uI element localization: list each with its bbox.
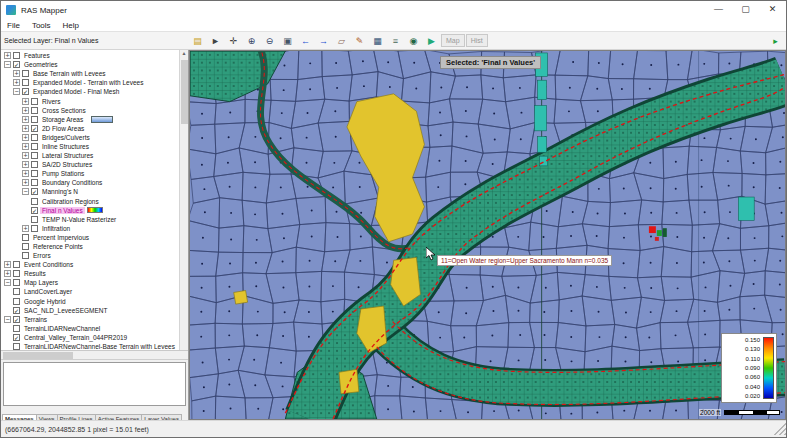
layer-inline-structures[interactable]: +Inline Structures xyxy=(2,142,178,151)
menu-tools[interactable]: Tools xyxy=(26,19,57,31)
map-canvas[interactable] xyxy=(190,51,785,419)
layer-bridges-culverts[interactable]: +Bridges/Culverts xyxy=(2,133,178,142)
snapshot-icon[interactable]: ◉ xyxy=(405,33,422,48)
layer-checkbox[interactable] xyxy=(13,270,20,277)
expand-icon[interactable]: + xyxy=(22,161,29,168)
layer-expanded-model-terrain-with-levees[interactable]: +Expanded Model - Terrain with Levees xyxy=(2,78,178,87)
layer-errors[interactable]: Errors xyxy=(2,251,178,260)
layer-checkbox[interactable] xyxy=(13,288,20,295)
measure-icon[interactable]: ▱ xyxy=(333,33,350,48)
layer-checkbox[interactable] xyxy=(13,298,20,305)
previous-view-icon[interactable]: ← xyxy=(297,33,314,48)
layer-features[interactable]: +Features xyxy=(2,51,178,60)
expand-icon[interactable]: + xyxy=(4,270,11,277)
pan-icon[interactable]: ✛ xyxy=(225,33,242,48)
layer-terrains[interactable]: −✓Terrains xyxy=(2,315,178,324)
layer-checkbox[interactable] xyxy=(31,179,38,186)
layer-terrainlidarnewchannel[interactable]: TerrainLIDARNewChannel xyxy=(2,324,178,333)
layer-storage-areas[interactable]: +Storage Areas xyxy=(2,115,178,124)
layer-checkbox[interactable]: ✓ xyxy=(31,207,38,214)
layer-temp-n-value-rasterizer[interactable]: TEMP N-Value Rasterizer xyxy=(2,215,178,224)
expand-icon[interactable]: + xyxy=(22,152,29,159)
tree-horizontal-scrollbar[interactable] xyxy=(1,351,188,360)
expand-icon[interactable]: + xyxy=(22,225,29,232)
resize-grip-icon[interactable] xyxy=(774,423,786,435)
layer-2d-flow-areas[interactable]: +✓2D Flow Areas xyxy=(2,124,178,133)
layer-sac-nld-leveesegment[interactable]: ✓SAC_NLD_LeveeSEGMENT xyxy=(2,306,178,315)
layer-lateral-structures[interactable]: +Lateral Structures xyxy=(2,151,178,160)
layer-checkbox[interactable] xyxy=(22,234,29,241)
layer-checkbox[interactable] xyxy=(31,170,38,177)
close-button[interactable]: ✕ xyxy=(759,1,786,19)
layer-central-valley-terrain-044pr2019[interactable]: ✓Central_Valley_Terrain_044PR2019 xyxy=(2,333,178,342)
layers-icon[interactable]: ≡ xyxy=(387,33,404,48)
tree-vertical-scrollbar[interactable]: ▲ xyxy=(179,50,188,350)
zoom-in-icon[interactable]: ⊕ xyxy=(243,33,260,48)
menu-file[interactable]: File xyxy=(1,19,26,31)
maximize-button[interactable]: ▢ xyxy=(732,1,759,19)
layer-sa-2d-structures[interactable]: +SA/2D Structures xyxy=(2,160,178,169)
collapse-icon[interactable]: − xyxy=(4,316,11,323)
expand-icon[interactable]: + xyxy=(22,107,29,114)
layer-checkbox[interactable]: ✓ xyxy=(31,125,38,132)
next-view-icon[interactable]: → xyxy=(315,33,332,48)
layer-checkbox[interactable] xyxy=(22,252,29,259)
layer-checkbox[interactable] xyxy=(13,261,20,268)
collapse-icon[interactable]: − xyxy=(13,88,20,95)
layer-checkbox[interactable]: ✓ xyxy=(22,88,29,95)
minimize-button[interactable]: — xyxy=(705,1,732,19)
layer-checkbox[interactable]: ✓ xyxy=(13,334,20,341)
layer-landcoverlayer[interactable]: LandCoverLayer xyxy=(2,287,178,296)
layer-checkbox[interactable] xyxy=(31,98,38,105)
layer-rivers[interactable]: +Rivers xyxy=(2,96,178,105)
menu-help[interactable]: Help xyxy=(57,19,85,31)
zoom-extents-icon[interactable]: ▣ xyxy=(279,33,296,48)
layer-checkbox[interactable] xyxy=(22,70,29,77)
map-view[interactable]: Selected: 'Final n Values' 11=Open Water… xyxy=(189,50,786,420)
layer-base-terrain-with-levees[interactable]: +Base Terrain with Levees xyxy=(2,69,178,78)
layer-final-n-values[interactable]: ✓Final n Values xyxy=(2,206,178,215)
layer-results[interactable]: +Results xyxy=(2,269,178,278)
layer-checkbox[interactable] xyxy=(31,161,38,168)
open-project-icon[interactable]: ▤ xyxy=(189,33,206,48)
layer-checkbox[interactable] xyxy=(31,143,38,150)
zoom-out-icon[interactable]: ⊖ xyxy=(261,33,278,48)
layer-map-layers[interactable]: −Map Layers xyxy=(2,278,178,287)
expand-icon[interactable]: + xyxy=(22,179,29,186)
layer-infiltration[interactable]: +Infiltration xyxy=(2,224,178,233)
layer-checkbox[interactable] xyxy=(13,325,20,332)
collapse-icon[interactable]: − xyxy=(4,61,11,68)
layer-checkbox[interactable] xyxy=(13,52,20,59)
collapse-panel-icon[interactable]: ▸ xyxy=(767,33,784,48)
layer-checkbox[interactable]: ✓ xyxy=(13,307,20,314)
layer-checkbox[interactable] xyxy=(31,134,38,141)
expand-icon[interactable]: + xyxy=(13,70,20,77)
select-pointer-icon[interactable]: ► xyxy=(207,33,224,48)
edit-icon[interactable]: ✎ xyxy=(351,33,368,48)
layer-checkbox[interactable] xyxy=(31,152,38,159)
expand-icon[interactable]: + xyxy=(22,143,29,150)
layer-percent-impervious[interactable]: Percent Impervious xyxy=(2,233,178,242)
table-icon[interactable]: ▦ xyxy=(369,33,386,48)
expand-icon[interactable]: + xyxy=(22,134,29,141)
collapse-icon[interactable]: − xyxy=(4,279,11,286)
layer-checkbox[interactable] xyxy=(31,107,38,114)
expand-icon[interactable]: + xyxy=(22,170,29,177)
layer-event-conditions[interactable]: +Event Conditions xyxy=(2,260,178,269)
expand-icon[interactable]: + xyxy=(22,116,29,123)
collapse-icon[interactable]: − xyxy=(22,188,29,195)
layer-expanded-model-final-mesh[interactable]: −✓Expanded Model - Final Mesh xyxy=(2,87,178,96)
expand-icon[interactable]: + xyxy=(22,125,29,132)
expand-icon[interactable]: + xyxy=(4,261,11,268)
layer-google-hybrid[interactable]: Google Hybrid xyxy=(2,297,178,306)
layer-checkbox[interactable]: ✓ xyxy=(31,188,38,195)
expand-icon[interactable]: + xyxy=(22,98,29,105)
layer-checkbox[interactable] xyxy=(22,79,29,86)
layer-pump-stations[interactable]: +Pump Stations xyxy=(2,169,178,178)
layer-checkbox[interactable] xyxy=(31,198,38,205)
layer-cross-sections[interactable]: +Cross Sections xyxy=(2,106,178,115)
layer-checkbox[interactable] xyxy=(13,343,20,350)
animation-icon[interactable]: ▶ xyxy=(423,33,440,48)
expand-icon[interactable]: + xyxy=(4,52,11,59)
layer-boundary-conditions[interactable]: +Boundary Conditions xyxy=(2,178,178,187)
